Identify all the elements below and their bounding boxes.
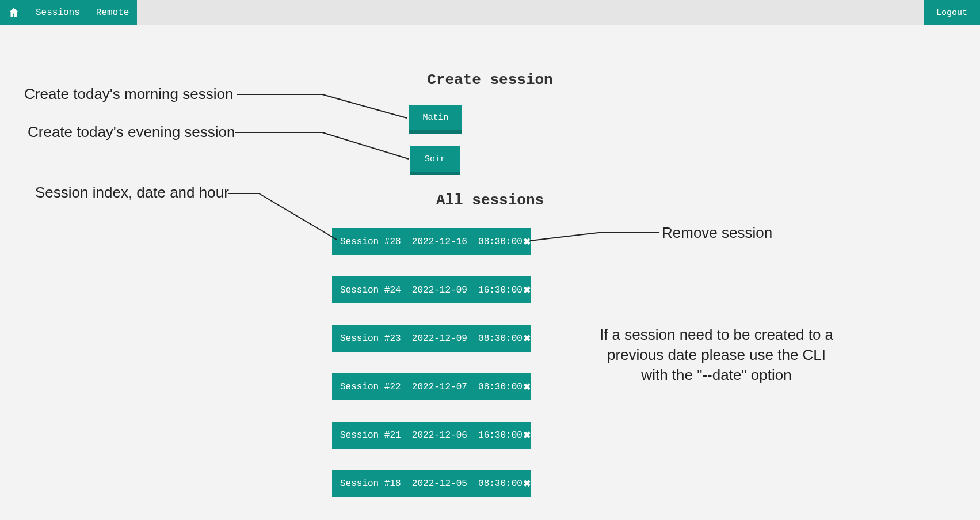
annotation-rowinfo: Session index, date and hour [35,184,229,202]
session-remove-button[interactable]: ✖ [523,422,531,449]
create-evening-button[interactable]: Soir [410,146,460,175]
svg-line-3 [322,132,409,159]
close-icon: ✖ [523,478,531,489]
session-link[interactable]: Session #24 2022-12-09 16:30:00 [332,276,523,303]
annotation-remove: Remove session [662,224,772,242]
session-row: Session #23 2022-12-09 08:30:00 ✖ [332,325,531,352]
session-link[interactable]: Session #18 2022-12-05 08:30:00 [332,470,523,497]
close-icon: ✖ [523,430,531,441]
annotation-morning: Create today's morning session [24,85,233,103]
session-row: Session #22 2022-12-07 08:30:00 ✖ [332,373,531,400]
session-row: Session #24 2022-12-09 16:30:00 ✖ [332,276,531,303]
session-remove-button[interactable]: ✖ [523,325,531,352]
close-icon: ✖ [523,381,531,392]
session-remove-button[interactable]: ✖ [523,276,531,303]
annotation-evening: Create today's evening session [28,123,235,141]
svg-line-1 [322,94,407,118]
session-row: Session #21 2022-12-06 16:30:00 ✖ [332,422,531,449]
close-icon: ✖ [523,236,531,247]
session-link[interactable]: Session #23 2022-12-09 08:30:00 [332,325,523,352]
session-remove-button[interactable]: ✖ [523,373,531,400]
annotation-cli-note: If a session need to be created to a pre… [593,325,840,385]
session-link[interactable]: Session #22 2022-12-07 08:30:00 [332,373,523,400]
nav-sessions[interactable]: Sessions [28,0,88,25]
nav-remote[interactable]: Remote [88,0,138,25]
session-list: Session #28 2022-12-16 08:30:00 ✖ Sessio… [332,228,531,518]
session-row: Session #18 2022-12-05 08:30:00 ✖ [332,470,531,497]
close-icon: ✖ [523,333,531,344]
session-remove-button[interactable]: ✖ [523,228,531,255]
session-link[interactable]: Session #21 2022-12-06 16:30:00 [332,422,523,449]
session-link[interactable]: Session #28 2022-12-16 08:30:00 [332,228,523,255]
home-icon [7,6,20,19]
svg-line-6 [530,233,598,241]
logout-button[interactable]: Logout [924,0,980,25]
navbar-spacer [137,0,924,25]
home-button[interactable] [0,0,28,25]
close-icon: ✖ [523,284,531,295]
session-remove-button[interactable]: ✖ [523,470,531,497]
create-morning-button[interactable]: Matin [409,105,462,134]
navbar: Sessions Remote Logout [0,0,980,25]
navbar-left: Sessions Remote [0,0,137,25]
session-row: Session #28 2022-12-16 08:30:00 ✖ [332,228,531,255]
